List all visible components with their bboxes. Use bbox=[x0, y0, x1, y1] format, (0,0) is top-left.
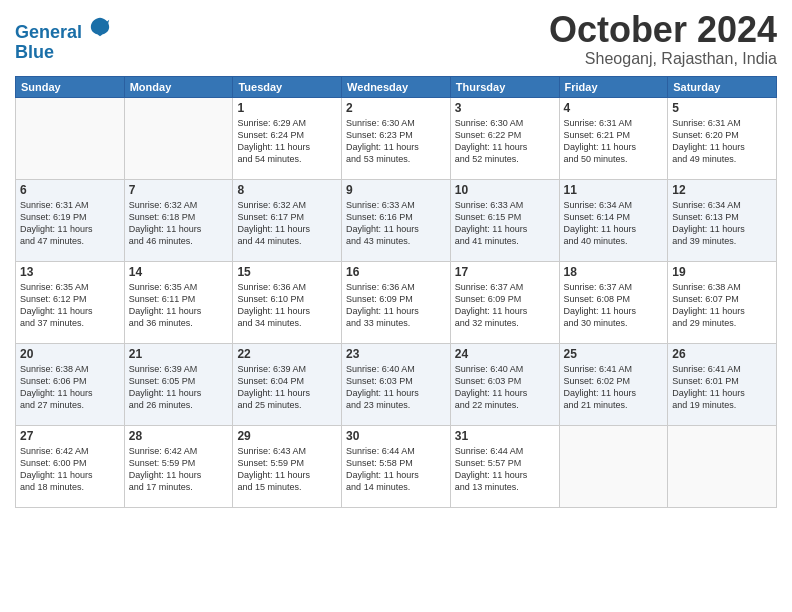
cell-content: Sunrise: 6:32 AM Sunset: 6:17 PM Dayligh… bbox=[237, 199, 337, 248]
weekday-header-monday: Monday bbox=[124, 76, 233, 97]
day-number: 31 bbox=[455, 429, 555, 443]
calendar-cell: 26Sunrise: 6:41 AM Sunset: 6:01 PM Dayli… bbox=[668, 343, 777, 425]
cell-content: Sunrise: 6:38 AM Sunset: 6:06 PM Dayligh… bbox=[20, 363, 120, 412]
week-row-2: 6Sunrise: 6:31 AM Sunset: 6:19 PM Daylig… bbox=[16, 179, 777, 261]
day-number: 21 bbox=[129, 347, 229, 361]
weekday-header-tuesday: Tuesday bbox=[233, 76, 342, 97]
calendar-cell: 23Sunrise: 6:40 AM Sunset: 6:03 PM Dayli… bbox=[342, 343, 451, 425]
calendar-cell: 1Sunrise: 6:29 AM Sunset: 6:24 PM Daylig… bbox=[233, 97, 342, 179]
cell-content: Sunrise: 6:37 AM Sunset: 6:09 PM Dayligh… bbox=[455, 281, 555, 330]
cell-content: Sunrise: 6:39 AM Sunset: 6:04 PM Dayligh… bbox=[237, 363, 337, 412]
day-number: 5 bbox=[672, 101, 772, 115]
calendar-cell: 3Sunrise: 6:30 AM Sunset: 6:22 PM Daylig… bbox=[450, 97, 559, 179]
calendar-cell: 11Sunrise: 6:34 AM Sunset: 6:14 PM Dayli… bbox=[559, 179, 668, 261]
month-title: October 2024 bbox=[549, 10, 777, 50]
day-number: 2 bbox=[346, 101, 446, 115]
cell-content: Sunrise: 6:35 AM Sunset: 6:11 PM Dayligh… bbox=[129, 281, 229, 330]
week-row-5: 27Sunrise: 6:42 AM Sunset: 6:00 PM Dayli… bbox=[16, 425, 777, 507]
day-number: 10 bbox=[455, 183, 555, 197]
calendar-cell bbox=[124, 97, 233, 179]
day-number: 12 bbox=[672, 183, 772, 197]
calendar-cell: 19Sunrise: 6:38 AM Sunset: 6:07 PM Dayli… bbox=[668, 261, 777, 343]
day-number: 30 bbox=[346, 429, 446, 443]
cell-content: Sunrise: 6:32 AM Sunset: 6:18 PM Dayligh… bbox=[129, 199, 229, 248]
weekday-header-saturday: Saturday bbox=[668, 76, 777, 97]
calendar-cell bbox=[668, 425, 777, 507]
calendar-table: SundayMondayTuesdayWednesdayThursdayFrid… bbox=[15, 76, 777, 508]
day-number: 28 bbox=[129, 429, 229, 443]
logo-blue: Blue bbox=[15, 43, 111, 63]
logo-general: General bbox=[15, 22, 82, 42]
cell-content: Sunrise: 6:33 AM Sunset: 6:15 PM Dayligh… bbox=[455, 199, 555, 248]
cell-content: Sunrise: 6:38 AM Sunset: 6:07 PM Dayligh… bbox=[672, 281, 772, 330]
day-number: 15 bbox=[237, 265, 337, 279]
cell-content: Sunrise: 6:31 AM Sunset: 6:19 PM Dayligh… bbox=[20, 199, 120, 248]
cell-content: Sunrise: 6:39 AM Sunset: 6:05 PM Dayligh… bbox=[129, 363, 229, 412]
week-row-4: 20Sunrise: 6:38 AM Sunset: 6:06 PM Dayli… bbox=[16, 343, 777, 425]
cell-content: Sunrise: 6:42 AM Sunset: 6:00 PM Dayligh… bbox=[20, 445, 120, 494]
calendar-cell bbox=[16, 97, 125, 179]
calendar-cell: 14Sunrise: 6:35 AM Sunset: 6:11 PM Dayli… bbox=[124, 261, 233, 343]
week-row-1: 1Sunrise: 6:29 AM Sunset: 6:24 PM Daylig… bbox=[16, 97, 777, 179]
day-number: 17 bbox=[455, 265, 555, 279]
day-number: 13 bbox=[20, 265, 120, 279]
day-number: 1 bbox=[237, 101, 337, 115]
weekday-header-row: SundayMondayTuesdayWednesdayThursdayFrid… bbox=[16, 76, 777, 97]
logo-text: General bbox=[15, 16, 111, 43]
calendar-cell: 24Sunrise: 6:40 AM Sunset: 6:03 PM Dayli… bbox=[450, 343, 559, 425]
calendar-cell: 17Sunrise: 6:37 AM Sunset: 6:09 PM Dayli… bbox=[450, 261, 559, 343]
cell-content: Sunrise: 6:41 AM Sunset: 6:02 PM Dayligh… bbox=[564, 363, 664, 412]
calendar-cell: 29Sunrise: 6:43 AM Sunset: 5:59 PM Dayli… bbox=[233, 425, 342, 507]
day-number: 24 bbox=[455, 347, 555, 361]
day-number: 3 bbox=[455, 101, 555, 115]
cell-content: Sunrise: 6:41 AM Sunset: 6:01 PM Dayligh… bbox=[672, 363, 772, 412]
cell-content: Sunrise: 6:44 AM Sunset: 5:57 PM Dayligh… bbox=[455, 445, 555, 494]
week-row-3: 13Sunrise: 6:35 AM Sunset: 6:12 PM Dayli… bbox=[16, 261, 777, 343]
calendar-cell: 12Sunrise: 6:34 AM Sunset: 6:13 PM Dayli… bbox=[668, 179, 777, 261]
day-number: 14 bbox=[129, 265, 229, 279]
day-number: 11 bbox=[564, 183, 664, 197]
calendar-cell: 6Sunrise: 6:31 AM Sunset: 6:19 PM Daylig… bbox=[16, 179, 125, 261]
calendar-cell: 4Sunrise: 6:31 AM Sunset: 6:21 PM Daylig… bbox=[559, 97, 668, 179]
weekday-header-thursday: Thursday bbox=[450, 76, 559, 97]
day-number: 16 bbox=[346, 265, 446, 279]
cell-content: Sunrise: 6:40 AM Sunset: 6:03 PM Dayligh… bbox=[455, 363, 555, 412]
calendar-cell: 9Sunrise: 6:33 AM Sunset: 6:16 PM Daylig… bbox=[342, 179, 451, 261]
calendar-cell: 10Sunrise: 6:33 AM Sunset: 6:15 PM Dayli… bbox=[450, 179, 559, 261]
cell-content: Sunrise: 6:33 AM Sunset: 6:16 PM Dayligh… bbox=[346, 199, 446, 248]
calendar-cell bbox=[559, 425, 668, 507]
day-number: 7 bbox=[129, 183, 229, 197]
cell-content: Sunrise: 6:29 AM Sunset: 6:24 PM Dayligh… bbox=[237, 117, 337, 166]
cell-content: Sunrise: 6:40 AM Sunset: 6:03 PM Dayligh… bbox=[346, 363, 446, 412]
calendar-cell: 18Sunrise: 6:37 AM Sunset: 6:08 PM Dayli… bbox=[559, 261, 668, 343]
weekday-header-wednesday: Wednesday bbox=[342, 76, 451, 97]
cell-content: Sunrise: 6:31 AM Sunset: 6:21 PM Dayligh… bbox=[564, 117, 664, 166]
cell-content: Sunrise: 6:34 AM Sunset: 6:14 PM Dayligh… bbox=[564, 199, 664, 248]
calendar-cell: 30Sunrise: 6:44 AM Sunset: 5:58 PM Dayli… bbox=[342, 425, 451, 507]
day-number: 4 bbox=[564, 101, 664, 115]
day-number: 29 bbox=[237, 429, 337, 443]
cell-content: Sunrise: 6:34 AM Sunset: 6:13 PM Dayligh… bbox=[672, 199, 772, 248]
calendar-cell: 22Sunrise: 6:39 AM Sunset: 6:04 PM Dayli… bbox=[233, 343, 342, 425]
day-number: 8 bbox=[237, 183, 337, 197]
cell-content: Sunrise: 6:30 AM Sunset: 6:23 PM Dayligh… bbox=[346, 117, 446, 166]
day-number: 26 bbox=[672, 347, 772, 361]
cell-content: Sunrise: 6:42 AM Sunset: 5:59 PM Dayligh… bbox=[129, 445, 229, 494]
title-block: October 2024 Sheoganj, Rajasthan, India bbox=[549, 10, 777, 68]
weekday-header-friday: Friday bbox=[559, 76, 668, 97]
calendar-cell: 2Sunrise: 6:30 AM Sunset: 6:23 PM Daylig… bbox=[342, 97, 451, 179]
day-number: 25 bbox=[564, 347, 664, 361]
day-number: 27 bbox=[20, 429, 120, 443]
cell-content: Sunrise: 6:36 AM Sunset: 6:09 PM Dayligh… bbox=[346, 281, 446, 330]
calendar-cell: 28Sunrise: 6:42 AM Sunset: 5:59 PM Dayli… bbox=[124, 425, 233, 507]
cell-content: Sunrise: 6:37 AM Sunset: 6:08 PM Dayligh… bbox=[564, 281, 664, 330]
day-number: 19 bbox=[672, 265, 772, 279]
location: Sheoganj, Rajasthan, India bbox=[549, 50, 777, 68]
day-number: 18 bbox=[564, 265, 664, 279]
calendar-cell: 20Sunrise: 6:38 AM Sunset: 6:06 PM Dayli… bbox=[16, 343, 125, 425]
logo-icon bbox=[89, 16, 111, 38]
weekday-header-sunday: Sunday bbox=[16, 76, 125, 97]
calendar-cell: 5Sunrise: 6:31 AM Sunset: 6:20 PM Daylig… bbox=[668, 97, 777, 179]
cell-content: Sunrise: 6:36 AM Sunset: 6:10 PM Dayligh… bbox=[237, 281, 337, 330]
calendar-cell: 7Sunrise: 6:32 AM Sunset: 6:18 PM Daylig… bbox=[124, 179, 233, 261]
